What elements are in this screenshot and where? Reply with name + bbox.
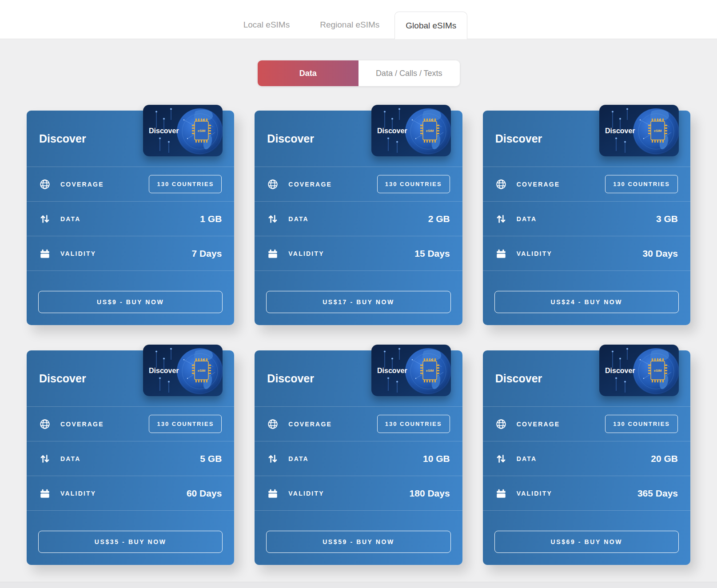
card-image-title: Discover bbox=[377, 367, 407, 374]
data-label: DATA bbox=[288, 455, 309, 462]
chip-label: eSIM bbox=[426, 129, 434, 133]
validity-value: 15 Days bbox=[414, 248, 450, 259]
calendar-icon bbox=[495, 488, 507, 499]
esim-card-art: eSIM Discover bbox=[143, 105, 223, 156]
data-label: DATA bbox=[60, 455, 81, 462]
validity-row: VALIDITY 15 Days bbox=[255, 236, 462, 270]
esim-chip-icon: eSIM bbox=[420, 358, 439, 382]
plan-card: eSIM Discover Discover COVERAGE 130 COUN… bbox=[255, 350, 462, 565]
coverage-row: COVERAGE 130 COUNTRIES bbox=[483, 167, 690, 201]
plan-card: eSIM Discover Discover COVERAGE 130 COUN… bbox=[27, 350, 234, 565]
buy-now-button[interactable]: US$9 - BUY NOW bbox=[38, 291, 223, 313]
data-arrows-icon bbox=[267, 213, 279, 225]
countries-count-button[interactable]: 130 COUNTRIES bbox=[377, 415, 450, 433]
esim-chip-icon: eSIM bbox=[648, 358, 667, 382]
data-row: DATA 10 GB bbox=[255, 441, 462, 476]
countries-count-button[interactable]: 130 COUNTRIES bbox=[605, 415, 678, 433]
validity-row: VALIDITY 7 Days bbox=[27, 236, 234, 270]
esim-card-art: eSIM Discover bbox=[371, 105, 451, 156]
validity-label: VALIDITY bbox=[517, 250, 552, 257]
globe-icon bbox=[267, 418, 279, 430]
globe-icon bbox=[39, 418, 51, 430]
coverage-label: COVERAGE bbox=[517, 421, 560, 428]
card-footer: US$35 - BUY NOW bbox=[27, 510, 234, 565]
validity-row: VALIDITY 180 Days bbox=[255, 476, 462, 510]
data-row: DATA 20 GB bbox=[483, 441, 690, 476]
data-value: 3 GB bbox=[656, 214, 678, 224]
data-row: DATA 3 GB bbox=[483, 201, 690, 236]
buy-now-button[interactable]: US$59 - BUY NOW bbox=[266, 531, 450, 553]
esim-card-art: eSIM Discover bbox=[599, 105, 679, 156]
tab-regional-esims[interactable]: Regional eSIMs bbox=[305, 11, 394, 39]
esim-card-art: eSIM Discover bbox=[371, 345, 451, 396]
validity-row: VALIDITY 60 Days bbox=[27, 476, 234, 510]
card-footer: US$59 - BUY NOW bbox=[255, 510, 462, 565]
calendar-icon bbox=[495, 248, 507, 259]
validity-label: VALIDITY bbox=[60, 490, 96, 497]
card-footer: US$24 - BUY NOW bbox=[483, 270, 690, 325]
buy-now-button[interactable]: US$69 - BUY NOW bbox=[494, 531, 679, 553]
plan-card: eSIM Discover Discover COVERAGE 130 COUN… bbox=[483, 350, 690, 565]
data-row: DATA 1 GB bbox=[27, 201, 234, 236]
coverage-row: COVERAGE 130 COUNTRIES bbox=[27, 167, 234, 201]
validity-value: 365 Days bbox=[637, 488, 678, 499]
esim-chip-icon: eSIM bbox=[192, 119, 211, 143]
main-content: Data Data / Calls / Texts bbox=[0, 60, 717, 565]
countries-count-button[interactable]: 130 COUNTRIES bbox=[605, 175, 678, 193]
card-footer: US$69 - BUY NOW bbox=[483, 510, 690, 565]
esim-card-art: eSIM Discover bbox=[143, 345, 223, 396]
data-label: DATA bbox=[517, 455, 537, 462]
plan-card: eSIM Discover Discover COVERAGE 130 COUN… bbox=[255, 111, 462, 325]
buy-now-button[interactable]: US$17 - BUY NOW bbox=[266, 291, 450, 313]
card-image-title: Discover bbox=[605, 127, 635, 135]
validity-value: 7 Days bbox=[192, 248, 222, 259]
data-label: DATA bbox=[288, 215, 309, 222]
countries-count-button[interactable]: 130 COUNTRIES bbox=[377, 175, 450, 193]
esim-card-image: eSIM Discover bbox=[599, 105, 679, 156]
data-value: 1 GB bbox=[200, 214, 222, 224]
coverage-label: COVERAGE bbox=[60, 181, 104, 188]
card-image-title: Discover bbox=[377, 127, 407, 135]
validity-label: VALIDITY bbox=[288, 490, 324, 497]
tab-global-esims[interactable]: Global eSIMs bbox=[394, 12, 467, 39]
card-image-title: Discover bbox=[149, 127, 179, 135]
coverage-row: COVERAGE 130 COUNTRIES bbox=[27, 406, 234, 441]
data-label: DATA bbox=[517, 215, 537, 222]
validity-row: VALIDITY 30 Days bbox=[483, 236, 690, 270]
coverage-row: COVERAGE 130 COUNTRIES bbox=[255, 406, 462, 441]
data-value: 5 GB bbox=[200, 453, 222, 464]
chip-label: eSIM bbox=[198, 369, 206, 373]
data-value: 10 GB bbox=[423, 453, 450, 464]
buy-now-button[interactable]: US$24 - BUY NOW bbox=[494, 291, 679, 313]
esim-card-image: eSIM Discover bbox=[143, 105, 223, 156]
top-nav: Local eSIMs Regional eSIMs Global eSIMs bbox=[0, 0, 717, 39]
validity-value: 60 Days bbox=[187, 488, 222, 499]
calendar-icon bbox=[39, 248, 51, 259]
data-arrows-icon bbox=[495, 213, 507, 225]
calendar-icon bbox=[39, 488, 51, 499]
card-image-title: Discover bbox=[149, 367, 179, 374]
validity-label: VALIDITY bbox=[60, 250, 96, 257]
chip-label: eSIM bbox=[198, 129, 206, 133]
validity-value: 30 Days bbox=[643, 248, 678, 259]
countries-count-button[interactable]: 130 COUNTRIES bbox=[149, 175, 222, 193]
toggle-data[interactable]: Data bbox=[258, 60, 359, 86]
toggle-data-calls-texts[interactable]: Data / Calls / Texts bbox=[358, 60, 460, 86]
coverage-label: COVERAGE bbox=[288, 181, 332, 188]
globe-icon bbox=[495, 418, 507, 430]
esim-chip-icon: eSIM bbox=[192, 358, 211, 382]
countries-count-button[interactable]: 130 COUNTRIES bbox=[149, 415, 222, 433]
validity-value: 180 Days bbox=[410, 488, 450, 499]
buy-now-button[interactable]: US$35 - BUY NOW bbox=[38, 531, 223, 553]
validity-label: VALIDITY bbox=[288, 250, 324, 257]
esim-card-image: eSIM Discover bbox=[143, 345, 223, 396]
data-arrows-icon bbox=[267, 453, 279, 465]
validity-label: VALIDITY bbox=[517, 490, 552, 497]
chip-label: eSIM bbox=[426, 369, 434, 373]
tab-local-esims[interactable]: Local eSIMs bbox=[228, 11, 305, 39]
data-arrows-icon bbox=[39, 213, 51, 225]
plan-card: eSIM Discover Discover COVERAGE 130 COUN… bbox=[27, 111, 234, 325]
data-row: DATA 2 GB bbox=[255, 201, 462, 236]
globe-icon bbox=[39, 179, 51, 190]
card-footer: US$17 - BUY NOW bbox=[255, 270, 462, 325]
